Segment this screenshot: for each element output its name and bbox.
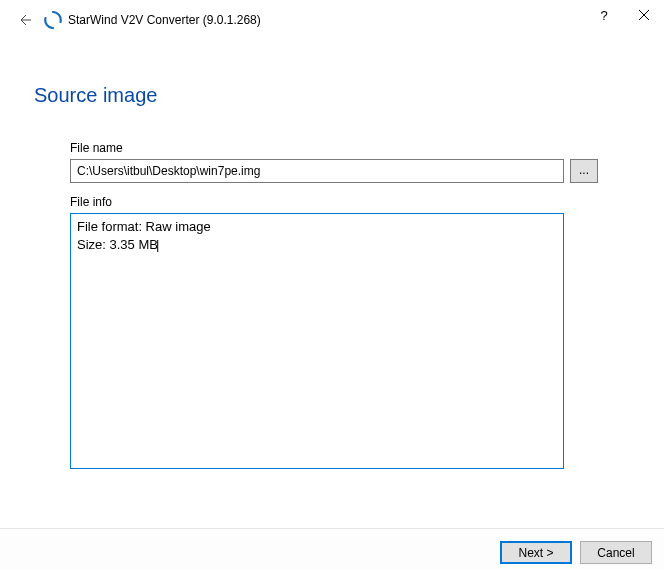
file-size-line: Size: 3.35 MB	[77, 236, 557, 254]
back-button[interactable]	[12, 8, 36, 32]
system-buttons: ?	[590, 4, 658, 26]
close-button[interactable]	[630, 4, 658, 26]
file-name-label: File name	[70, 141, 630, 155]
next-button[interactable]: Next >	[500, 541, 572, 564]
help-button[interactable]: ?	[590, 4, 618, 26]
title-bar: StarWind V2V Converter (9.0.1.268) ?	[0, 0, 664, 40]
file-info-box[interactable]: File format: Raw image Size: 3.35 MB	[70, 213, 564, 469]
footer: Next > Cancel	[0, 528, 664, 570]
file-format-line: File format: Raw image	[77, 218, 557, 236]
file-name-row: ...	[70, 159, 630, 183]
form-area: File name ... File info File format: Raw…	[34, 141, 630, 469]
close-icon	[638, 9, 650, 21]
arrow-left-icon	[16, 12, 32, 28]
content-area: Source image File name ... File info Fil…	[0, 40, 664, 469]
starwind-icon	[44, 11, 62, 29]
file-info-label: File info	[70, 195, 630, 209]
window-title: StarWind V2V Converter (9.0.1.268)	[68, 13, 261, 27]
file-name-input[interactable]	[70, 159, 564, 183]
browse-button[interactable]: ...	[570, 159, 598, 183]
cancel-button[interactable]: Cancel	[580, 541, 652, 564]
page-heading: Source image	[34, 84, 630, 107]
app-icon	[44, 11, 62, 29]
help-icon: ?	[600, 8, 607, 23]
